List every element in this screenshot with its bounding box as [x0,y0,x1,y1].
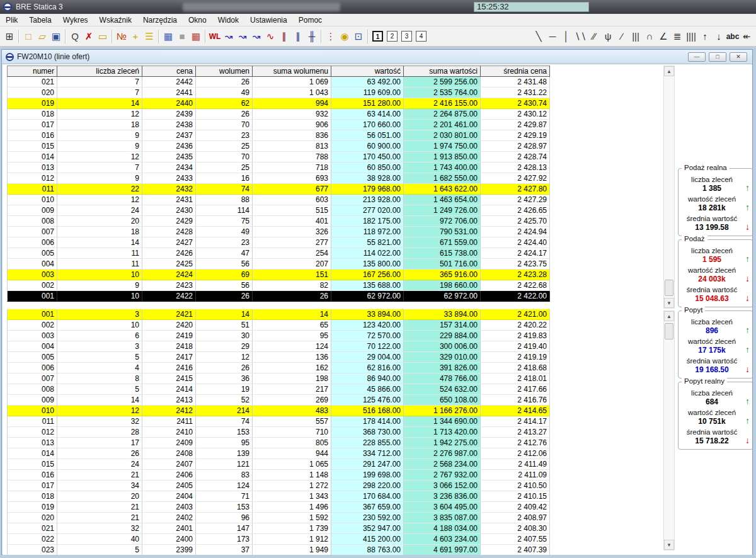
table-row[interactable]: 00820242975401182 175.00972 706.002 425.… [7,216,550,227]
gray-box-icon[interactable]: ■ [175,29,189,44]
draw-vgrid-icon[interactable]: |||| [684,29,698,44]
table-row[interactable]: 00310242469151167 256.00365 916.002 423.… [7,270,550,280]
app-titlebar[interactable]: BRE Statica 3 15:25:32 [0,0,756,14]
close-button[interactable]: ✕ [730,52,747,62]
table-small-icon[interactable]: ▦ [161,29,175,44]
table-row[interactable]: 0061424272327755 821.00671 559.002 424.4… [7,237,550,248]
menu-item-narzędzia[interactable]: Narzędzia [137,14,183,26]
table-row[interactable]: 00511242647254114 022.00615 738.002 424.… [7,248,550,259]
ruler-icon[interactable]: ▭ [96,29,110,44]
maximize-button[interactable]: □ [709,52,726,62]
bid-scrollbar[interactable]: ▲ ▼ [663,310,675,550]
collapse-toolbar-icon[interactable]: ↞ [740,29,753,44]
table-row[interactable]: 0152424071211 065291 247.002 568 234.002… [7,459,550,470]
table-row[interactable]: 009242430114515277 020.001 249 726.002 4… [7,205,550,216]
menu-item-wskaźnik[interactable]: Wskaźnik [94,14,137,26]
table-row[interactable]: 013724342571860 850.001 743 400.002 428.… [7,162,550,173]
scroll-down-icon[interactable]: ▼ [664,298,674,308]
table-row[interactable]: 01122243274677179 968.001 643 622.002 42… [7,184,550,195]
draw-trendline-icon[interactable]: ∕ [615,29,629,44]
table-row[interactable]: 01412243570788170 450.001 913 850.002 42… [7,152,550,162]
dashed-arrow-icon[interactable]: ↝ [249,29,263,44]
table-row[interactable]: 01914244062994151 280.002 416 155.002 43… [7,98,550,109]
view-button-2[interactable]: 2 [387,31,398,42]
bid-scrollbar-thumb[interactable] [665,323,673,339]
table-row[interactable]: 00718242849326118 972.00790 531.002 424.… [7,227,550,237]
window-grid-icon[interactable]: ⊞ [3,29,16,44]
table-row[interactable]: 007824153619886 940.00478 766.002 418.01 [7,373,550,384]
draw-parallel-icon[interactable]: ∖∖ [573,29,587,44]
table-row[interactable]: 016924372383656 051.002 030 801.002 429.… [7,130,550,141]
draw-diagonal-icon[interactable]: ╲ [532,29,546,44]
bar-chart-icon[interactable]: ∥ [277,29,291,44]
table-row[interactable]: 005524171213629 004.00329 010.002 419.19 [7,352,550,363]
column-header-3[interactable]: wolumen [196,65,253,77]
table-row[interactable]: 0192124031531 496367 659.003 604 495.002… [7,502,550,513]
table-row[interactable]: 010122412214483516 168.001 166 276.002 4… [7,406,550,416]
sliders-icon[interactable]: ☰ [142,29,156,44]
table-row[interactable]: 014262408139944334 712.002 276 987.002 4… [7,448,550,459]
draw-channel-icon[interactable]: ∕∕ [587,29,601,44]
menu-item-okno[interactable]: Okno [183,14,212,26]
draw-hgrid-icon[interactable]: ≣ [670,29,684,44]
table-row[interactable]: 02072441491 043119 609.002 535 764.002 4… [7,88,550,98]
view-button-3[interactable]: 3 [401,31,412,42]
draw-horizontal-icon[interactable]: ─ [546,29,559,44]
table-row[interactable]: 016212406831 148199 698.002 767 932.002 … [7,470,550,481]
table-row[interactable]: 01132241174557178 414.001 344 690.002 41… [7,416,550,427]
dashed-arrow-icon[interactable]: ↝ [222,29,236,44]
table-row[interactable]: 012282410153710368 730.001 713 420.002 4… [7,427,550,438]
column-header-1[interactable]: liczba zleceń [57,65,142,77]
draw-vertical-icon[interactable]: │ [559,29,573,44]
table-row[interactable]: 0021024205165123 420.00157 314.002 420.2… [7,320,550,331]
table-row[interactable]: 002924235682135 688.00198 660.002 422.68 [7,280,550,291]
table-row[interactable]: 01718243870906170 660.002 201 461.002 42… [7,120,550,130]
column-header-0[interactable]: numer [7,65,57,77]
view-button-1[interactable]: 1 [372,31,383,42]
scroll-up-icon[interactable]: ▲ [664,66,674,76]
table-row[interactable]: 00362419309572 570.00229 884.002 419.83 [7,331,550,341]
arrow-down-tool-icon[interactable]: ↓ [712,29,726,44]
table-row[interactable]: 00411242556207135 800.00501 716.002 423.… [7,259,550,270]
table-row[interactable]: 018202404711 343170 684.003 236 836.002 … [7,491,550,502]
numbers-icon[interactable]: № [115,29,129,44]
column-header-5[interactable]: wartość [331,65,404,77]
minimize-button[interactable]: — [688,52,706,62]
table-row[interactable]: 02172442261 06963 492.002 599 256.002 43… [7,77,550,88]
dashed-arrow-icon[interactable]: ↝ [236,29,249,44]
table-row[interactable]: 015924362581360 900.001 974 750.002 428.… [7,141,550,152]
text-tool[interactable]: abc [726,29,740,44]
table-row[interactable]: 008524141921745 866.00524 632.002 417.66 [7,384,550,395]
menu-item-tabela[interactable]: Tabela [23,14,57,26]
chart-window-icon[interactable]: ⊡ [352,29,365,44]
menu-item-pomoc[interactable]: Pomoc [293,14,328,26]
menu-item-widok[interactable]: Widok [212,14,244,26]
table-row[interactable]: 01012243188603213 928.001 463 654.002 42… [7,195,550,205]
ask-scrollbar-thumb[interactable] [665,280,673,296]
table-row[interactable]: 004324182912470 122.00300 006.002 419.40 [7,341,550,352]
zoom-icon[interactable]: Q [68,29,82,44]
draw-arc-icon[interactable]: ∩ [643,29,656,44]
table-row[interactable]: 00914241352269125 476.00650 108.002 416.… [7,395,550,406]
column-header-2[interactable]: cena [142,65,196,77]
table-row[interactable]: 01317240995805228 855.001 942 275.002 41… [7,438,550,448]
table-colored-icon[interactable]: ▦ [189,29,203,44]
table-row[interactable]: 012924331669338 928.001 682 550.002 427.… [7,173,550,184]
draw-pitchfork-icon[interactable]: ψ [601,29,615,44]
table-row[interactable]: 00132421141433 894.0033 894.002 421.00 [7,309,550,320]
menu-item-wykres[interactable]: Wykres [57,14,94,26]
zoom-off-icon[interactable]: ✗ [82,29,96,44]
open-folder-icon[interactable]: ▱ [35,29,49,44]
bar-chart2-icon[interactable]: ∥ [291,29,305,44]
line-chart-icon[interactable]: ∿ [263,29,277,44]
table-row[interactable]: 006424162616262 816.00391 826.002 418.68 [7,363,550,373]
table-row[interactable]: 0173424051241 272298 220.003 066 152.002… [7,481,550,491]
wl-indicator-icon[interactable]: WL [208,29,222,44]
column-header-4[interactable]: suma wolumenu [253,65,331,77]
table-row[interactable]: 0213224011471 739352 947.004 188 034.002… [7,523,550,534]
table-row[interactable]: 0181224392693263 414.002 264 875.002 430… [7,109,550,120]
table-row[interactable]: 0224024001731 912415 200.004 603 234.002… [7,534,550,545]
column-header-7[interactable]: średnia cena [481,65,550,77]
table-row[interactable]: 02352399371 94988 763.004 691 997.002 40… [7,545,550,555]
scroll-down-icon[interactable]: ▼ [664,540,674,550]
